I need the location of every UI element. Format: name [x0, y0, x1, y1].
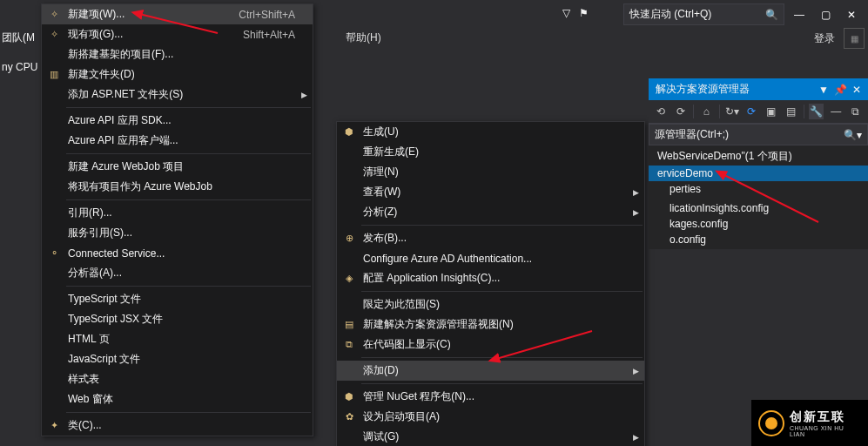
menu-item[interactable]: TypeScript 文件 [42, 289, 313, 309]
maximize-button[interactable]: ▢ [814, 6, 837, 24]
menu-item[interactable]: 分析器(A)... [42, 263, 313, 283]
tree-row[interactable]: perties [649, 181, 868, 197]
menu-item-icon: ◈ [342, 271, 356, 285]
menu-item[interactable]: ⬢管理 NuGet 程序包(N)... [337, 387, 644, 407]
menu-item-label: Azure API 应用 SDK... [68, 113, 172, 128]
menu-item[interactable]: 添加 ASP.NET 文件夹(S)▶ [42, 84, 313, 105]
brand-py: CHUANG XIN HU LIAN [790, 425, 861, 437]
menu-item[interactable]: ⚬Connected Service... [42, 243, 313, 263]
menu-item[interactable]: 引用(R)... [42, 203, 313, 223]
menu-item[interactable]: Azure API 应用客户端... [42, 131, 313, 151]
menu-item[interactable]: ◈配置 Application Insights(C)... [337, 268, 644, 288]
avatar-icon[interactable]: ▦ [844, 28, 865, 49]
menu-item-label: 调试(G) [363, 429, 399, 444]
solution-tree: WebServiceDemo"(1 个项目)erviceDemopertiesl… [649, 145, 868, 249]
menu-item[interactable]: 限定为此范围(S) [337, 294, 644, 314]
menu-item[interactable]: ⧉在代码图上显示(C) [337, 334, 644, 355]
menu-item[interactable]: 将现有项目作为 Azure WebJob [42, 177, 313, 197]
tree-row[interactable]: licationInsights.config [649, 200, 868, 216]
tree-label: kages.config [670, 218, 728, 230]
menu-separator [361, 383, 643, 384]
cpu-selector[interactable]: ny CPU [2, 61, 37, 73]
menu-item[interactable]: ✧新建项(W)...Ctrl+Shift+A [42, 4, 313, 24]
menu-item[interactable]: JavaScript 文件 [42, 349, 313, 369]
menu-item-icon: ✿ [342, 409, 356, 423]
menu-item-label: 将现有项目作为 Azure WebJob [68, 179, 212, 194]
menu-item[interactable]: ▤新建解决方案资源管理器视图(N) [337, 314, 644, 334]
close-button[interactable]: ✕ [840, 6, 863, 24]
collapse-icon[interactable]: ▣ [764, 104, 779, 119]
submenu-arrow-icon: ▶ [301, 91, 307, 99]
menu-team[interactable]: 团队(M [2, 30, 37, 45]
menu-item[interactable]: Web 窗体 [42, 389, 313, 409]
menu-help[interactable]: 帮助(H) [346, 30, 381, 45]
tree-row[interactable]: o.config [649, 232, 868, 247]
quick-launch-input[interactable]: 快速启动 (Ctrl+Q) 🔍 [623, 3, 784, 25]
show-all-icon[interactable]: ▤ [784, 104, 798, 119]
menu-item[interactable]: ⊕发布(B)... [337, 228, 644, 248]
submenu-arrow-icon: ▶ [633, 208, 639, 217]
flag-icon[interactable]: ⚑ [579, 7, 589, 19]
tree-label: o.config [670, 233, 706, 246]
menu-item-label: 新建解决方案资源管理器视图(N) [363, 317, 514, 332]
menu-separator [66, 153, 311, 154]
submenu-arrow-icon: ▶ [633, 188, 639, 197]
solution-explorer-title[interactable]: 解决方案资源管理器 ▼ 📌 ✕ [649, 78, 868, 100]
forward-icon[interactable]: ⟳ [674, 104, 689, 119]
menu-item-label: 查看(W) [363, 185, 400, 199]
menu-item-icon: ▤ [342, 317, 356, 331]
preview-icon[interactable]: — [829, 104, 844, 119]
menu-item[interactable]: 重新生成(E) [337, 142, 644, 162]
home-icon[interactable]: ⌂ [699, 104, 714, 119]
menu-item[interactable]: 添加(D)▶ [337, 361, 644, 381]
menu-item-icon: ⊕ [342, 231, 356, 245]
tree-row[interactable]: WebServiceDemo"(1 个项目) [649, 147, 868, 166]
menu-item[interactable]: 清理(N) [337, 162, 644, 182]
sync-icon[interactable]: ↻▾ [724, 104, 739, 119]
dropdown-icon[interactable]: ▼ [818, 84, 829, 96]
pin-icon[interactable]: 📌 [834, 84, 847, 96]
menu-item[interactable]: 新建 Azure WebJob 项目 [42, 157, 313, 177]
menu-item[interactable]: ⬢生成(U) [337, 122, 644, 142]
menu-item[interactable]: ▥新建文件夹(D) [42, 64, 313, 84]
menu-item[interactable]: 样式表 [42, 369, 313, 389]
menu-item-label: 添加 ASP.NET 文件夹(S) [68, 87, 183, 102]
menu-item[interactable]: 查看(W)▶ [337, 182, 644, 202]
menu-item[interactable]: 调试(G)▶ [337, 427, 644, 446]
menu-item[interactable]: ✦类(C)... [42, 416, 313, 436]
refresh-icon[interactable]: ⟳ [744, 104, 759, 119]
menu-item[interactable]: 分析(Z)▶ [337, 202, 644, 222]
menu-item[interactable]: HTML 页 [42, 329, 313, 349]
menu-item[interactable]: Configure Azure AD Authentication... [337, 248, 644, 268]
minimize-button[interactable]: — [788, 6, 811, 24]
menu-item-label: 限定为此范围(S) [363, 297, 440, 312]
tree-label: WebServiceDemo"(1 个项目) [657, 149, 792, 164]
menu-shortcut: Shift+Alt+A [243, 29, 295, 41]
menu-item-icon: ✦ [47, 418, 61, 432]
solution-search-input[interactable]: 源管理器(Ctrl+;) 🔍▾ [649, 124, 868, 145]
menu-separator [66, 286, 311, 287]
tree-row[interactable]: erviceDemo [649, 166, 868, 181]
menu-item-label: 添加(D) [363, 363, 399, 378]
login-link[interactable]: 登录 [814, 31, 835, 46]
toolbar-filter-icons: ▽ ⚑ [562, 7, 589, 19]
view-icon[interactable]: ⧉ [849, 104, 864, 119]
menu-item-label: TypeScript JSX 文件 [68, 312, 163, 327]
tree-row[interactable]: kages.config [649, 216, 868, 232]
brand-logo-icon [758, 410, 784, 436]
close-panel-icon[interactable]: ✕ [852, 84, 861, 96]
properties-icon[interactable]: 🔧 [809, 104, 824, 119]
back-icon[interactable]: ⟲ [654, 104, 669, 119]
menu-item[interactable]: 服务引用(S)... [42, 223, 313, 243]
filter-icon[interactable]: ▽ [562, 7, 570, 19]
menu-item-icon: ⬢ [342, 125, 356, 139]
menu-item-label: Web 窗体 [68, 392, 113, 407]
menu-item[interactable]: TypeScript JSX 文件 [42, 309, 313, 329]
menu-item-label: TypeScript 文件 [68, 292, 141, 307]
menu-item-icon: ⧉ [342, 337, 356, 351]
menu-item[interactable]: ✿设为启动项目(A) [337, 407, 644, 427]
menu-item[interactable]: Azure API 应用 SDK... [42, 111, 313, 131]
menu-item[interactable]: 新搭建基架的项目(F)... [42, 44, 313, 64]
menu-item-label: 重新生成(E) [363, 145, 419, 159]
menu-item[interactable]: ✧现有项(G)...Shift+Alt+A [42, 24, 313, 44]
